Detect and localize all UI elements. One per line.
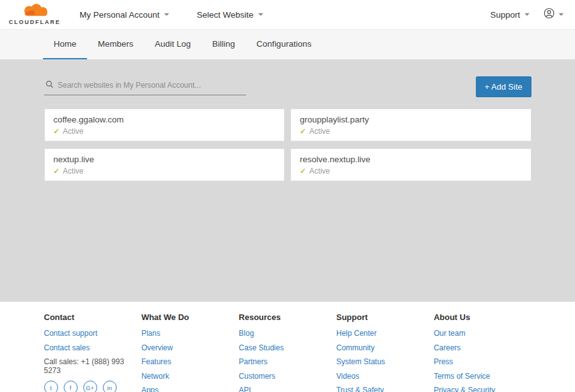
footer-link-case-studies[interactable]: Case Studies	[239, 343, 336, 352]
footer-link-contact-support[interactable]: Contact support	[44, 329, 141, 338]
sales-phone: Call sales: +1 (888) 993 5273	[44, 357, 141, 375]
site-footer: Contact Contact support Contact sales Ca…	[0, 302, 575, 392]
site-status: ✓ Active	[300, 167, 522, 175]
account-menu[interactable]: My Personal Account	[80, 10, 169, 20]
site-card[interactable]: nextup.live ✓ Active	[44, 148, 285, 181]
chevron-down-icon	[525, 13, 530, 16]
chevron-down-icon	[258, 13, 263, 16]
top-header: CLOUDFLARE My Personal Account Select We…	[0, 0, 575, 29]
footer-heading: About Us	[434, 312, 531, 322]
footer-link-features[interactable]: Features	[141, 357, 239, 366]
website-search	[44, 76, 246, 95]
account-menu-label: My Personal Account	[80, 10, 160, 20]
site-card-grid: coffee.ggalow.com ✓ Active groupplaylist…	[44, 109, 531, 181]
add-site-button[interactable]: + Add Site	[476, 76, 531, 97]
footer-link-network[interactable]: Network	[141, 372, 239, 381]
cloudflare-logo[interactable]: CLOUDFLARE	[9, 4, 61, 25]
google-plus-icon[interactable]: G+	[83, 381, 97, 392]
footer-link-partners[interactable]: Partners	[239, 357, 336, 366]
site-card[interactable]: groupplaylist.party ✓ Active	[290, 109, 531, 141]
select-website-menu[interactable]: Select Website	[197, 10, 263, 20]
cloud-icon	[18, 4, 51, 20]
user-icon	[543, 8, 555, 21]
site-status: ✓ Active	[54, 127, 276, 136]
footer-link-customers[interactable]: Customers	[239, 372, 336, 381]
tab-home[interactable]: Home	[43, 30, 87, 59]
footer-link-terms[interactable]: Terms of Service	[434, 372, 531, 381]
footer-heading: What We Do	[141, 312, 239, 322]
footer-link-blog[interactable]: Blog	[239, 329, 336, 338]
site-status: ✓ Active	[54, 167, 276, 175]
footer-link-community[interactable]: Community	[336, 343, 434, 352]
chevron-down-icon	[164, 13, 169, 16]
footer-link-system-status[interactable]: System Status	[336, 357, 434, 366]
tab-members[interactable]: Members	[87, 30, 144, 59]
site-card[interactable]: coffee.ggalow.com ✓ Active	[44, 109, 285, 141]
footer-column-resources: Resources Blog Case Studies Partners Cus…	[239, 312, 336, 392]
status-badge: Active	[63, 127, 84, 136]
brand-wordmark: CLOUDFLARE	[9, 19, 61, 25]
tab-configurations[interactable]: Configurations	[246, 30, 322, 59]
select-website-label: Select Website	[197, 10, 254, 20]
footer-column-contact: Contact Contact support Contact sales Ca…	[44, 312, 141, 392]
search-input[interactable]	[58, 81, 245, 90]
site-status: ✓ Active	[300, 127, 522, 136]
check-icon: ✓	[54, 167, 60, 175]
twitter-icon[interactable]: t	[44, 381, 58, 392]
footer-link-videos[interactable]: Videos	[336, 372, 434, 381]
search-icon	[45, 80, 54, 91]
footer-link-press[interactable]: Press	[434, 357, 531, 366]
site-domain: nextup.live	[54, 155, 276, 164]
footer-link-privacy[interactable]: Privacy & Security	[434, 386, 531, 392]
footer-heading: Resources	[239, 312, 336, 322]
status-badge: Active	[309, 167, 330, 175]
support-menu[interactable]: Support	[490, 10, 530, 20]
linkedin-icon[interactable]: in	[103, 381, 117, 392]
footer-column-support: Support Help Center Community System Sta…	[336, 312, 434, 392]
tab-audit-log[interactable]: Audit Log	[144, 30, 201, 59]
chevron-down-icon	[559, 13, 564, 16]
status-badge: Active	[309, 127, 330, 136]
footer-link-careers[interactable]: Careers	[434, 343, 531, 352]
user-account-menu[interactable]	[543, 8, 564, 21]
site-card[interactable]: resolve.nextup.live ✓ Active	[290, 148, 531, 181]
footer-link-api[interactable]: API	[239, 386, 336, 392]
footer-link-overview[interactable]: Overview	[141, 343, 239, 352]
support-menu-label: Support	[490, 10, 520, 20]
site-domain: groupplaylist.party	[300, 115, 522, 124]
footer-link-trust-safety[interactable]: Trust & Safety	[336, 386, 434, 392]
footer-link-help-center[interactable]: Help Center	[336, 329, 434, 338]
footer-link-our-team[interactable]: Our team	[434, 329, 531, 338]
footer-column-what-we-do: What We Do Plans Overview Features Netwo…	[141, 312, 239, 392]
check-icon: ✓	[300, 167, 306, 175]
check-icon: ✓	[54, 127, 60, 136]
footer-heading: Support	[336, 312, 434, 322]
websites-panel: + Add Site coffee.ggalow.com ✓ Active gr…	[0, 59, 575, 302]
footer-column-about-us: About Us Our team Careers Press Terms of…	[434, 312, 531, 392]
footer-link-apps[interactable]: Apps	[141, 386, 239, 392]
footer-link-contact-sales[interactable]: Contact sales	[44, 343, 141, 352]
status-badge: Active	[63, 167, 84, 175]
social-links: t f G+ in	[44, 381, 141, 392]
footer-heading: Contact	[44, 312, 141, 322]
site-domain: resolve.nextup.live	[300, 155, 522, 164]
account-tabbar: Home Members Audit Log Billing Configura…	[0, 29, 575, 59]
tab-billing[interactable]: Billing	[201, 30, 246, 59]
site-domain: coffee.ggalow.com	[54, 115, 276, 124]
check-icon: ✓	[300, 127, 306, 136]
facebook-icon[interactable]: f	[64, 381, 78, 392]
footer-link-plans[interactable]: Plans	[141, 329, 239, 338]
